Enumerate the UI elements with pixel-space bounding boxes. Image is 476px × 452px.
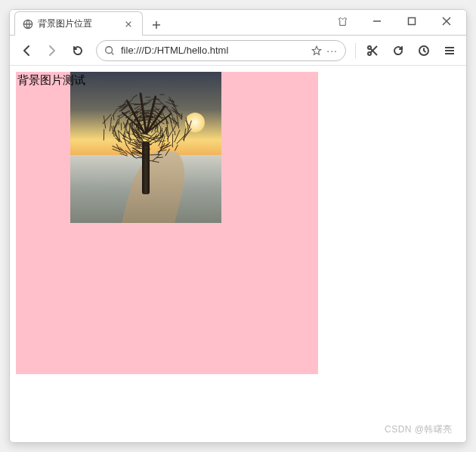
menu-button[interactable] <box>439 40 460 61</box>
tab-strip: 背景图片位置 <box>10 10 466 36</box>
tab-close-button[interactable] <box>122 18 134 30</box>
tab-active[interactable]: 背景图片位置 <box>14 11 143 36</box>
clock-button[interactable] <box>413 40 434 61</box>
search-icon <box>104 45 115 56</box>
background-image: /* twigs generated below */ <box>70 72 221 223</box>
reload-button[interactable] <box>67 40 88 61</box>
svg-point-9 <box>106 46 113 53</box>
url-field[interactable]: file:///D:/HTML/hello.html ··· <box>96 40 346 61</box>
separator <box>355 43 356 58</box>
page-content: 背景图片测试 /* twigs generated below */ <box>10 66 466 442</box>
forward-button[interactable] <box>42 40 63 61</box>
svg-line-10 <box>112 52 114 54</box>
undo-button[interactable] <box>388 40 409 61</box>
browser-window: 背景图片位置 file:///D:/HTML/hello.html ··· <box>9 9 467 443</box>
more-actions-icon[interactable]: ··· <box>326 45 338 57</box>
scissors-button[interactable] <box>362 40 383 61</box>
watermark: CSDN @韩曙亮 <box>385 423 453 436</box>
box-label: 背景图片测试 <box>17 73 85 88</box>
tab-title: 背景图片位置 <box>38 17 118 30</box>
svg-point-12 <box>368 52 371 55</box>
new-tab-button[interactable] <box>146 14 167 36</box>
test-box: 背景图片测试 /* twigs generated below */ <box>16 72 318 374</box>
address-bar: file:///D:/HTML/hello.html ··· <box>10 36 466 66</box>
star-icon[interactable] <box>311 45 322 56</box>
svg-point-11 <box>368 46 371 49</box>
back-button[interactable] <box>16 40 37 61</box>
url-text: file:///D:/HTML/hello.html <box>121 45 305 56</box>
globe-icon <box>23 19 33 29</box>
